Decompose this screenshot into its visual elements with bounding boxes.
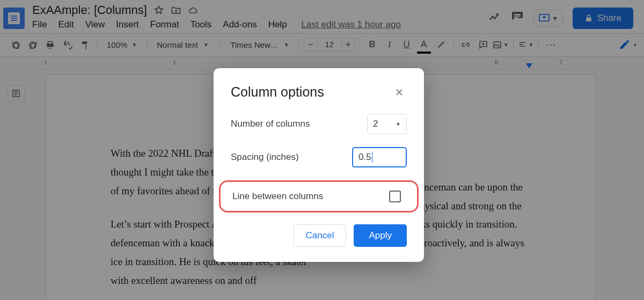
close-icon — [394, 87, 404, 97]
line-between-checkbox[interactable] — [389, 191, 401, 202]
number-of-columns-row: Number of columns 2 ▼ — [231, 114, 407, 134]
line-between-columns-row: Line between columns — [219, 180, 419, 213]
num-columns-select[interactable]: 2 ▼ — [367, 114, 407, 134]
apply-button[interactable]: Apply — [354, 224, 407, 247]
num-columns-label: Number of columns — [231, 119, 310, 129]
num-columns-value: 2 — [373, 119, 378, 129]
dialog-close-button[interactable] — [392, 85, 407, 100]
cancel-button[interactable]: Cancel — [294, 224, 347, 247]
line-between-label: Line between columns — [232, 191, 323, 202]
dialog-title: Column options — [231, 84, 324, 100]
chevron-down-icon: ▼ — [396, 121, 401, 127]
column-options-dialog: Column options Number of columns 2 ▼ Spa… — [214, 68, 424, 262]
spacing-input[interactable]: 0.5 — [352, 147, 407, 167]
spacing-row: Spacing (inches) 0.5 — [231, 147, 407, 167]
spacing-label: Spacing (inches) — [231, 152, 299, 163]
spacing-value: 0.5 — [358, 152, 371, 163]
